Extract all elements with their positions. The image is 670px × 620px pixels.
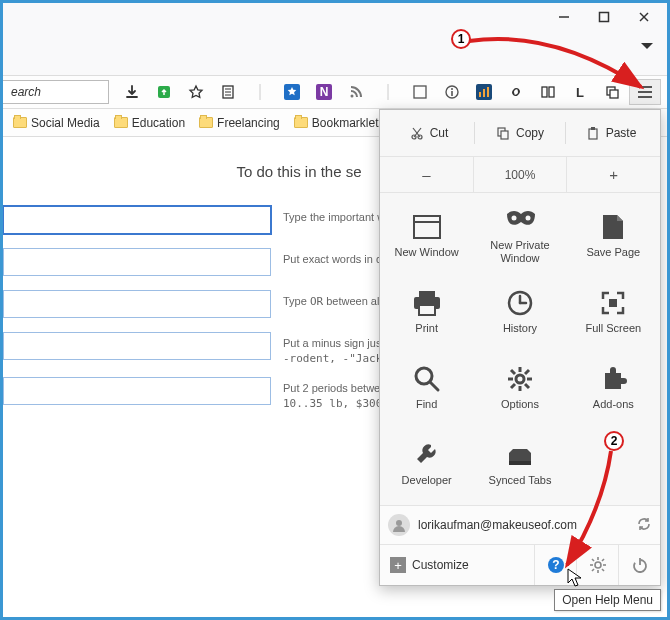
- zoom-out-button[interactable]: –: [380, 157, 473, 192]
- field-description: Put exact words in qu: [283, 248, 388, 267]
- svg-point-58: [396, 520, 402, 526]
- svg-rect-33: [589, 129, 597, 139]
- bookmark-folder[interactable]: Social Media: [13, 116, 100, 130]
- bookmark-folder[interactable]: Freelancing: [199, 116, 280, 130]
- new-private-window-button[interactable]: New Private Window: [473, 197, 566, 273]
- print-button[interactable]: Print: [380, 273, 473, 349]
- svg-line-54: [525, 384, 529, 388]
- app-icon[interactable]: [407, 79, 433, 105]
- svg-rect-45: [609, 299, 617, 307]
- svg-line-66: [592, 559, 594, 561]
- link-icon[interactable]: [503, 79, 529, 105]
- svg-rect-39: [419, 291, 435, 297]
- info-icon[interactable]: [439, 79, 465, 105]
- svg-text:?: ?: [552, 558, 559, 572]
- copy-button[interactable]: Copy: [475, 118, 565, 148]
- mask-icon: [505, 205, 535, 235]
- copy-icon[interactable]: [599, 79, 625, 105]
- window-controls: [541, 3, 667, 31]
- paste-button[interactable]: Paste: [566, 118, 656, 148]
- maximize-button[interactable]: [597, 10, 611, 24]
- search-icon: [412, 364, 442, 394]
- bookmark-folder[interactable]: Education: [114, 116, 185, 130]
- find-button[interactable]: Find: [380, 349, 473, 425]
- zoom-value: 100%: [473, 157, 567, 192]
- refresh-icon[interactable]: [636, 516, 652, 535]
- exit-button[interactable]: [618, 545, 660, 585]
- svg-point-61: [595, 562, 601, 568]
- page-icon: [598, 212, 628, 242]
- app-menu-panel: Cut Copy Paste – 100% + New Window New P…: [379, 109, 661, 586]
- svg-line-67: [602, 569, 604, 571]
- svg-line-47: [430, 382, 438, 390]
- svg-point-17: [451, 88, 453, 90]
- save-page-button[interactable]: Save Page: [567, 197, 660, 273]
- svg-rect-26: [610, 90, 618, 98]
- svg-line-30: [413, 128, 420, 137]
- options-button[interactable]: Options: [473, 349, 566, 425]
- customize-button[interactable]: +Customize: [380, 557, 479, 573]
- developer-button[interactable]: Developer: [380, 425, 473, 501]
- rss-icon[interactable]: [343, 79, 369, 105]
- letter-icon[interactable]: L: [567, 79, 593, 105]
- puzzle-icon: [598, 364, 628, 394]
- blue-star-icon[interactable]: [279, 79, 305, 105]
- tabs-icon: [505, 440, 535, 470]
- text-input[interactable]: [3, 290, 271, 318]
- history-button[interactable]: History: [473, 273, 566, 349]
- svg-rect-21: [483, 89, 485, 97]
- svg-line-56: [511, 384, 515, 388]
- fullscreen-button[interactable]: Full Screen: [567, 273, 660, 349]
- field-description: Type OR between all t: [283, 290, 388, 309]
- addons-button[interactable]: Add-ons: [567, 349, 660, 425]
- new-window-button[interactable]: New Window: [380, 197, 473, 273]
- text-input[interactable]: [3, 332, 271, 360]
- callout-1: 1: [451, 29, 471, 49]
- svg-text:N: N: [320, 85, 329, 99]
- svg-point-13: [351, 95, 354, 98]
- svg-line-29: [414, 128, 421, 137]
- cursor-icon: [567, 568, 583, 588]
- avatar-icon: [388, 514, 410, 536]
- svg-rect-22: [487, 87, 489, 97]
- sep-icon: [247, 79, 273, 105]
- share-icon[interactable]: [151, 79, 177, 105]
- svg-rect-41: [419, 305, 435, 315]
- synced-tabs-button[interactable]: Synced Tabs: [473, 425, 566, 501]
- hamburger-menu-button[interactable]: [629, 79, 661, 105]
- panels-icon[interactable]: [535, 79, 561, 105]
- svg-rect-32: [501, 131, 508, 139]
- folder-icon: [114, 117, 128, 128]
- folder-icon: [199, 117, 213, 128]
- reader-icon[interactable]: [215, 79, 241, 105]
- text-input[interactable]: [3, 206, 271, 234]
- printer-icon: [412, 288, 442, 318]
- clock-icon: [505, 288, 535, 318]
- close-button[interactable]: [637, 10, 651, 24]
- minimize-button[interactable]: [557, 10, 571, 24]
- star-icon[interactable]: [183, 79, 209, 105]
- zoom-in-button[interactable]: +: [566, 157, 660, 192]
- svg-point-48: [516, 375, 524, 383]
- chevron-down-icon[interactable]: [641, 43, 653, 49]
- text-input[interactable]: [3, 248, 271, 276]
- svg-point-37: [511, 216, 516, 221]
- main-toolbar: earch N L: [3, 75, 667, 109]
- svg-line-53: [511, 370, 515, 374]
- svg-point-38: [525, 216, 530, 221]
- svg-rect-35: [414, 216, 440, 238]
- bars-icon[interactable]: [471, 79, 497, 105]
- search-input[interactable]: earch: [3, 80, 109, 104]
- download-icon[interactable]: [119, 79, 145, 105]
- svg-rect-15: [414, 86, 426, 98]
- svg-line-69: [592, 569, 594, 571]
- folder-icon: [294, 117, 308, 128]
- svg-rect-20: [479, 92, 481, 97]
- cut-button[interactable]: Cut: [384, 118, 474, 148]
- text-input[interactable]: [3, 377, 271, 405]
- svg-rect-34: [591, 127, 595, 130]
- bookmark-folder[interactable]: Bookmarklets: [294, 116, 385, 130]
- sync-account-row[interactable]: lorikaufman@makeuseof.com: [380, 505, 660, 545]
- field-description: Type the important wo: [283, 206, 391, 225]
- onenote-icon[interactable]: N: [311, 79, 337, 105]
